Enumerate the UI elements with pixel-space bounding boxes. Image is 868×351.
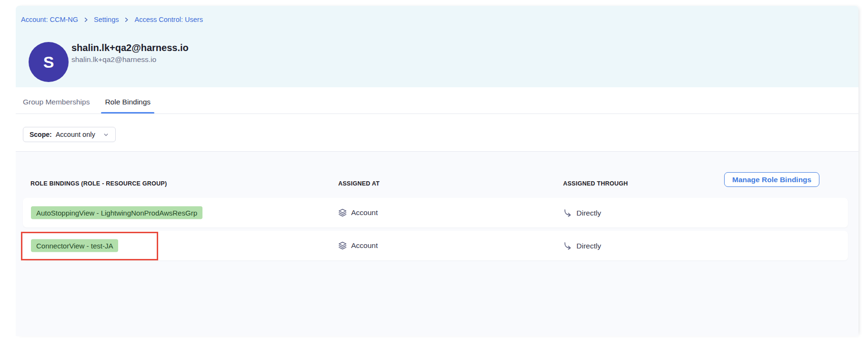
column-header-role-bindings: ROLE BINDINGS (ROLE - RESOURCE GROUP) bbox=[30, 180, 167, 187]
branch-arrow-icon bbox=[563, 241, 572, 250]
assigned-at-value: Account bbox=[351, 241, 378, 250]
scope-dropdown-label: Scope: bbox=[30, 131, 52, 138]
branch-arrow-icon bbox=[563, 208, 572, 217]
column-header-assigned-at: ASSIGNED AT bbox=[338, 180, 380, 187]
breadcrumb-account-link[interactable]: Account: CCM-NG bbox=[21, 16, 78, 23]
main-panel: Account: CCM-NG Settings Access Control:… bbox=[16, 6, 858, 336]
scope-dropdown-value: Account only bbox=[56, 131, 95, 138]
layers-icon bbox=[338, 208, 347, 217]
filter-bar: Scope: Account only bbox=[16, 114, 858, 152]
avatar-initial: S bbox=[43, 53, 54, 72]
tab-group-memberships[interactable]: Group Memberships bbox=[19, 98, 93, 114]
chevron-right-icon bbox=[124, 17, 129, 22]
table-row: ConnectorView - test-JA Account bbox=[23, 231, 848, 260]
column-header-assigned-through: ASSIGNED THROUGH bbox=[563, 180, 628, 187]
role-binding-badge: ConnectorView - test-JA bbox=[31, 239, 118, 252]
assigned-at-value: Account bbox=[351, 208, 378, 217]
page-title: shalin.lk+qa2@harness.io bbox=[71, 42, 189, 53]
avatar: S bbox=[29, 42, 69, 82]
chevron-right-icon bbox=[83, 17, 89, 22]
breadcrumb-access-control-link[interactable]: Access Control: Users bbox=[134, 16, 202, 23]
tab-role-bindings[interactable]: Role Bindings bbox=[101, 98, 154, 114]
scope-dropdown[interactable]: Scope: Account only bbox=[23, 127, 116, 142]
breadcrumb: Account: CCM-NG Settings Access Control:… bbox=[21, 16, 203, 23]
assigned-through-value: Directly bbox=[576, 208, 601, 217]
table-row: AutoStoppingView - LightwingNonProdAwsRe… bbox=[23, 198, 848, 227]
user-email: shalin.lk+qa2@harness.io bbox=[71, 55, 156, 64]
user-header-band: Account: CCM-NG Settings Access Control:… bbox=[16, 6, 858, 87]
tabs-bar: Group Memberships Role Bindings bbox=[16, 87, 858, 114]
chevron-down-icon bbox=[103, 132, 109, 138]
role-bindings-section: ROLE BINDINGS (ROLE - RESOURCE GROUP) AS… bbox=[16, 152, 858, 336]
role-binding-badge: AutoStoppingView - LightwingNonProdAwsRe… bbox=[31, 206, 202, 219]
breadcrumb-settings-link[interactable]: Settings bbox=[94, 16, 119, 23]
page: Account: CCM-NG Settings Access Control:… bbox=[0, 0, 868, 351]
assigned-through-value: Directly bbox=[576, 241, 601, 250]
manage-role-bindings-button[interactable]: Manage Role Bindings bbox=[724, 172, 819, 187]
layers-icon bbox=[338, 241, 347, 250]
